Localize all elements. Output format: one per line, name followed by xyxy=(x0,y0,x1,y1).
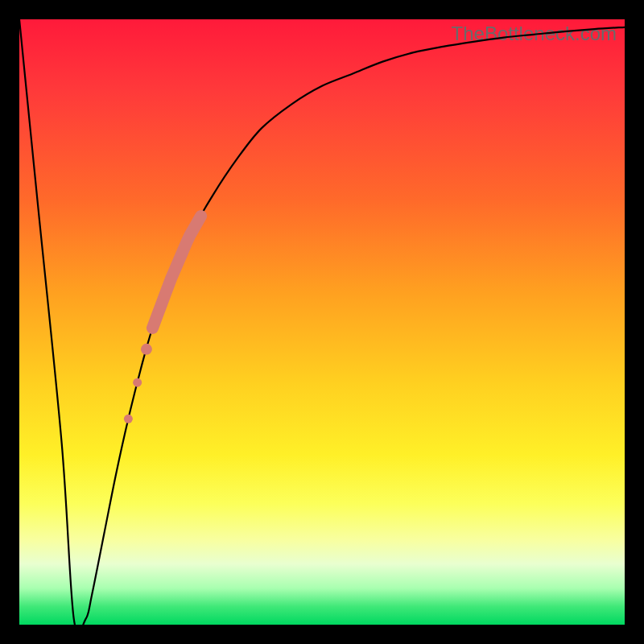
chart-svg xyxy=(19,19,625,625)
marker-dot xyxy=(141,344,152,355)
marker-dot xyxy=(133,378,142,387)
bottleneck-curve-path xyxy=(19,19,625,625)
marker-dot xyxy=(124,415,133,423)
marker-thick-segment xyxy=(152,216,200,328)
frame: TheBottleneck.com xyxy=(0,0,644,644)
marker-dots-group xyxy=(124,344,152,423)
plot-area: TheBottleneck.com xyxy=(19,19,625,625)
